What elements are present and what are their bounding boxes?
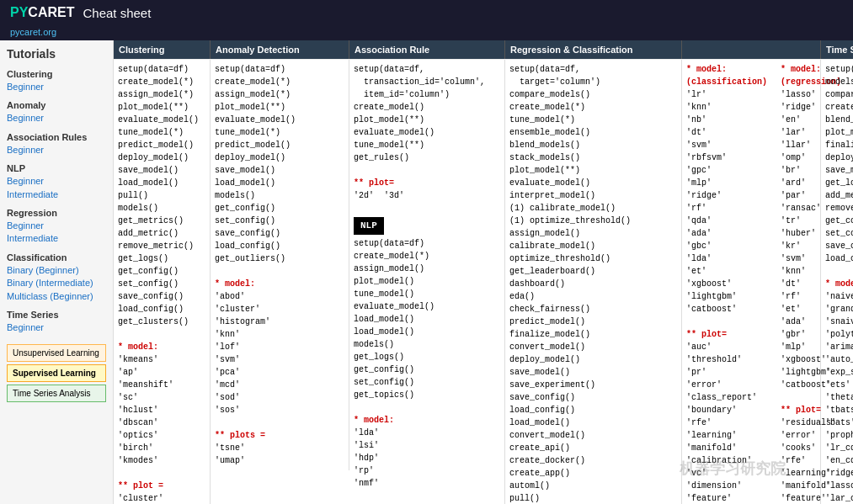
nlp-models: 'lda''lsi''hdp''rp''nmf' — [354, 427, 500, 490]
sidebar: Tutorials Clustering Beginner Anomaly Be… — [0, 40, 114, 504]
col-header-association: Association Rule — [349, 40, 505, 59]
sidebar-link-nlp-intermediate[interactable]: Intermediate — [7, 188, 106, 201]
anomaly-col: setup(data=df)create_model(*)assign_mode… — [211, 60, 349, 470]
assoc-plots: '2d' '3d' — [354, 189, 500, 202]
sub-header: pycaret.org — [0, 25, 853, 40]
clustering-model-label: * model: — [118, 341, 205, 353]
nlp-label: NLP — [354, 217, 384, 235]
content: Clustering Anomaly Detection Association… — [114, 40, 853, 504]
sidebar-link-class-binary-beginner[interactable]: Binary (Beginner) — [7, 264, 106, 277]
class-plots: 'auc''threshold''pr''error''class_report… — [686, 341, 777, 504]
class-plot-label: ** plot= — [686, 328, 777, 341]
clustering-models: 'kmeans''ap''meanshift''sc''hclust''dbsc… — [118, 353, 205, 467]
ts-models: 'naive''grand_means''snaive''polytrend''… — [825, 290, 853, 504]
sidebar-link-nlp-beginner[interactable]: Beginner — [7, 175, 106, 188]
col-header-regression: Regression & Classification — [505, 40, 682, 59]
sidebar-section-association: Association Rules — [7, 132, 106, 142]
anomaly-code: setup(data=df)create_model(*)assign_mode… — [215, 63, 344, 265]
watermark: 机器学习研究院 — [680, 459, 786, 479]
btn-unsupervised[interactable]: Unsupervised Learning — [7, 344, 106, 362]
ts-code: setup(data=df)models(*)compare_models()c… — [825, 63, 853, 265]
anomaly-models: 'abod''cluster''histogram''knn''lof''svm… — [215, 290, 344, 416]
column-headers: Clustering Anomaly Detection Association… — [114, 40, 853, 59]
anomaly-plots: 'tsne''umap' — [215, 442, 344, 467]
col-header-reg2 — [682, 40, 821, 59]
sidebar-section-anomaly: Anomaly — [7, 100, 106, 110]
header-title: Cheat sheet — [83, 6, 151, 20]
regclass-col1: setup(data=df, target='column')compare_m… — [505, 60, 682, 504]
col-header-timeseries: Time Series — [821, 40, 853, 59]
timeseries-col: setup(data=df)models(*)compare_models()c… — [821, 60, 853, 504]
clustering-col: setup(data=df)create_model(*)assign_mode… — [114, 60, 211, 504]
sidebar-section-nlp: NLP — [7, 163, 106, 173]
class-models: 'lr''knn''nb''dt''svm''rbfsvm''gpc''mlp'… — [686, 88, 777, 316]
sidebar-link-timeseries-beginner[interactable]: Beginner — [7, 321, 106, 334]
col-header-anomaly: Anomaly Detection — [211, 40, 349, 59]
sidebar-title: Tutorials — [7, 47, 106, 61]
sidebar-section-clustering: Clustering — [7, 69, 106, 79]
regclass-code: setup(data=df, target='column')compare_m… — [509, 63, 677, 504]
col-header-clustering: Clustering — [114, 40, 211, 59]
anomaly-plot-label: ** plots = — [215, 429, 344, 442]
anomaly-model-label: * model: — [215, 278, 344, 290]
sidebar-section-classification: Classification — [7, 252, 106, 263]
sidebar-link-regression-beginner[interactable]: Beginner — [7, 220, 106, 232]
nlp-code: setup(data=df)create_model(*)assign_mode… — [354, 237, 500, 401]
association-col: setup(data=df, transaction_id='column', … — [349, 60, 505, 504]
site-link[interactable]: pycaret.org — [10, 27, 56, 37]
sidebar-link-regression-intermediate[interactable]: Intermediate — [7, 232, 106, 245]
btn-supervised[interactable]: Supervised Learning — [7, 364, 106, 382]
sidebar-section-timeseries: Time Series — [7, 310, 106, 320]
sidebar-link-clustering-beginner[interactable]: Beginner — [7, 81, 106, 93]
sidebar-link-class-binary-intermediate[interactable]: Binary (Intermediate) — [7, 277, 106, 289]
data-columns: setup(data=df)create_model(*)assign_mode… — [114, 59, 853, 504]
header: PYCARET Cheat sheet — [0, 0, 853, 25]
clustering-code: setup(data=df)create_model(*)assign_mode… — [118, 63, 205, 328]
class-model-label: * model:(classification) — [686, 63, 777, 88]
btn-timeseries-btn[interactable]: Time Series Analysis — [7, 385, 106, 402]
regclass-col2: * model:(classification) 'lr''knn''nb''d… — [682, 60, 821, 504]
sidebar-section-regression: Regression — [7, 208, 106, 218]
clustering-plots: 'cluster''tsne''elbow''silhouette''dista… — [118, 492, 205, 504]
assoc-plot-label: ** plot= — [354, 177, 500, 189]
class-model-header: * model:(classification) 'lr''knn''nb''d… — [686, 63, 816, 504]
nlp-model-label: * model: — [354, 414, 500, 427]
clustering-plot-label: ** plot = — [118, 480, 205, 492]
sidebar-link-association-beginner[interactable]: Beginner — [7, 144, 106, 157]
ts-model-label: * model: — [825, 278, 853, 290]
logo: PYCARET — [10, 5, 74, 20]
sidebar-link-anomaly-beginner[interactable]: Beginner — [7, 112, 106, 125]
sidebar-link-class-multiclass[interactable]: Multiclass (Beginner) — [7, 290, 106, 303]
assoc-code: setup(data=df, transaction_id='column', … — [354, 63, 500, 164]
